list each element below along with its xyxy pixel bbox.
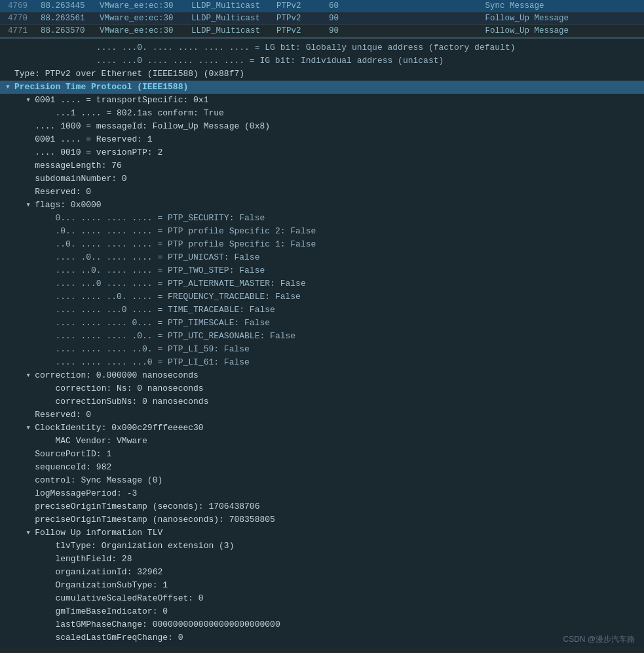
line-text: Type: PTPv2 over Ethernet (IEEE1588) (0x… — [14, 68, 244, 80]
expand-toggle[interactable]: ▾ — [26, 370, 35, 382]
detail-line: cumulativeScaledRateOffset: 0 — [0, 592, 644, 605]
detail-panel: .... ...0. .... .... .... .... = LG bit:… — [0, 39, 644, 647]
detail-line[interactable]: ▾ flags: 0x0000 — [0, 199, 644, 212]
line-indent — [5, 632, 46, 644]
col-info: Follow_Up Message — [483, 13, 639, 24]
line-indent — [5, 435, 46, 447]
col-id: 4769 — [5, 1, 38, 11]
line-text: correction: Ns: 0 nanoseconds — [55, 383, 203, 395]
detail-line: 0001 .... = Reserved: 1 — [0, 133, 644, 146]
line-text: logMessagePeriod: -3 — [35, 488, 137, 500]
line-indent — [5, 606, 46, 618]
detail-line: messageLength: 76 — [0, 159, 644, 172]
detail-line: preciseOriginTimestamp (nanoseconds): 70… — [0, 513, 644, 526]
detail-line: .... .... ..0. .... = FREQUENCY_TRACEABL… — [0, 290, 644, 304]
line-text: ...1 .... = 802.1as conform: True — [55, 108, 223, 119]
line-text: .... .... .... ..0. = PTP_LI_59: False — [55, 344, 249, 355]
col-id: 4771 — [5, 26, 38, 36]
detail-line: .... ...0 .... .... = PTP_ALTERNATE_MAST… — [0, 277, 644, 290]
line-indent — [5, 580, 46, 591]
line-indent — [5, 199, 26, 211]
line-indent — [5, 134, 26, 146]
col-len: 60 — [326, 1, 483, 11]
line-text: .... .... .... 0... = PTP_TIMESCALE: Fal… — [55, 317, 270, 329]
detail-line[interactable]: ▾ 0001 .... = transportSpecific: 0x1 — [0, 94, 644, 107]
line-indent — [5, 501, 26, 513]
col-src: VMware_ee:ec:30 — [97, 13, 189, 24]
line-indent — [5, 593, 46, 604]
detail-line: gmTimeBaseIndicator: 0 — [0, 605, 644, 618]
packet-row[interactable]: 4769 88.263445 VMware_ee:ec:30 LLDP_Mult… — [0, 0, 644, 12]
line-text: .... ...0. .... .... .... .... = LG bit:… — [96, 42, 516, 54]
line-text: .... ..0. .... .... = PTP_TWO_STEP: Fals… — [55, 265, 265, 277]
line-indent — [5, 396, 46, 408]
line-indent — [5, 370, 26, 382]
expand-toggle[interactable]: ▾ — [5, 81, 14, 93]
line-indent — [5, 173, 26, 185]
detail-line[interactable]: ▾ Follow Up information TLV — [0, 526, 644, 540]
line-indent — [5, 514, 26, 526]
line-indent — [5, 566, 46, 578]
line-text: .... .... .... ...0 = PTP_LI_61: False — [55, 357, 249, 368]
line-text: Follow Up information TLV — [35, 527, 162, 539]
col-info: Follow_Up Message — [483, 26, 639, 36]
detail-line[interactable]: ▾ correction: 0.000000 nanoseconds — [0, 369, 644, 382]
line-text: scaledLastGmFreqChange: 0 — [55, 632, 183, 644]
col-src: VMware_ee:ec:30 — [97, 26, 189, 36]
line-text: preciseOriginTimestamp (nanoseconds): 70… — [35, 514, 275, 526]
line-text: .0.. .... .... .... = PTP profile Specif… — [55, 226, 316, 237]
line-indent — [5, 55, 87, 67]
detail-line[interactable]: ▾ ClockIdentity: 0x000c29fffeeeec30 — [0, 422, 644, 435]
line-indent — [5, 108, 46, 119]
packet-row[interactable]: 4771 88.263570 VMware_ee:ec:30 LLDP_Mult… — [0, 25, 644, 37]
line-text: Precision Time Protocol (IEEE1588) — [14, 81, 188, 93]
line-text: 0... .... .... .... = PTP_SECURITY: Fals… — [55, 212, 265, 224]
detail-line: .... .... .... 0... = PTP_TIMESCALE: Fal… — [0, 317, 644, 330]
line-text: ..0. .... .... .... = PTP profile Specif… — [55, 239, 316, 250]
col-len: 90 — [326, 26, 483, 36]
line-indent — [5, 239, 46, 250]
detail-line: Reserved: 0 — [0, 186, 644, 199]
line-indent — [5, 462, 26, 473]
detail-line: ...1 .... = 802.1as conform: True — [0, 107, 644, 120]
col-proto: PTPv2 — [274, 13, 326, 24]
line-indent — [5, 147, 26, 159]
line-indent — [5, 252, 46, 264]
detail-line: Reserved: 0 — [0, 408, 644, 422]
detail-line[interactable]: ▾ Precision Time Protocol (IEEE1588) — [0, 81, 644, 94]
line-indent — [5, 278, 46, 290]
line-text: control: Sync Message (0) — [35, 475, 162, 486]
detail-line: tlvType: Organization extension (3) — [0, 540, 644, 553]
line-indent — [5, 291, 46, 303]
line-text: correctionSubNs: 0 nanoseconds — [55, 396, 208, 408]
expand-toggle[interactable]: ▾ — [26, 527, 35, 539]
detail-line: .... 0010 = versionPTP: 2 — [0, 146, 644, 159]
line-text: .... ...0 .... .... .... .... = IG bit: … — [96, 55, 444, 67]
packet-row[interactable]: 4770 88.263561 VMware_ee:ec:30 LLDP_Mult… — [0, 12, 644, 25]
line-indent — [5, 121, 26, 132]
detail-line: .... .0.. .... .... = PTP_UNICAST: False — [0, 251, 644, 264]
line-text: .... 0010 = versionPTP: 2 — [35, 147, 162, 159]
line-indent — [5, 186, 26, 198]
col-time: 88.263445 — [38, 1, 97, 11]
line-indent — [5, 619, 46, 631]
line-text: subdomainNumber: 0 — [35, 173, 126, 185]
line-text: flags: 0x0000 — [35, 199, 101, 211]
line-indent — [5, 553, 46, 565]
line-indent — [5, 383, 46, 395]
expand-toggle[interactable]: ▾ — [26, 199, 35, 211]
line-text: .... .0.. .... .... = PTP_UNICAST: False — [55, 252, 259, 264]
expand-toggle[interactable]: ▾ — [26, 422, 35, 434]
detail-line: .... .... .... .0.. = PTP_UTC_REASONABLE… — [0, 330, 644, 343]
line-indent — [5, 409, 26, 421]
expand-toggle[interactable]: ▾ — [26, 94, 35, 106]
col-proto: PTPv2 — [274, 26, 326, 36]
line-text: .... .... ...0 .... = TIME_TRACEABLE: Fa… — [55, 304, 275, 316]
line-text: .... ...0 .... .... = PTP_ALTERNATE_MAST… — [55, 278, 305, 290]
detail-line: lengthField: 28 — [0, 553, 644, 566]
col-time: 88.263561 — [38, 13, 97, 24]
line-indent — [5, 317, 46, 329]
detail-line: 0... .... .... .... = PTP_SECURITY: Fals… — [0, 212, 644, 225]
col-dst: LLDP_Multicast — [189, 26, 274, 36]
detail-line: ..0. .... .... .... = PTP profile Specif… — [0, 238, 644, 251]
